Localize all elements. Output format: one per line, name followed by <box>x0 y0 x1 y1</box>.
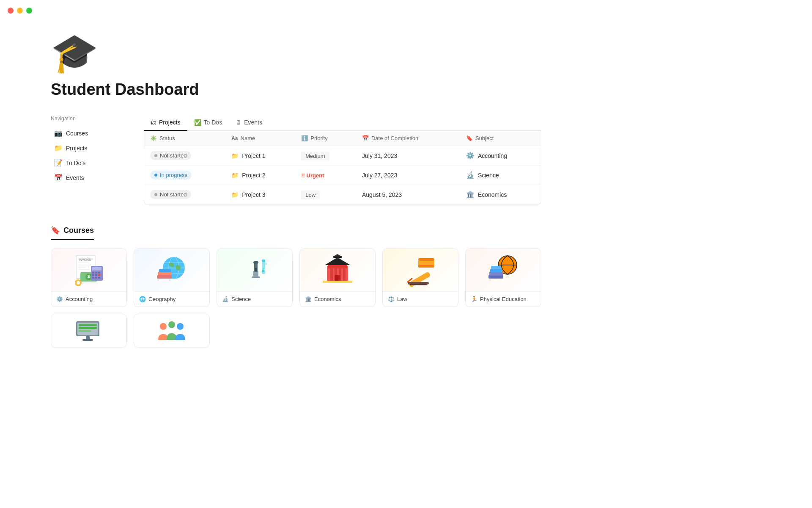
sidebar-item-todos[interactable]: 📝 To Do's <box>51 156 118 169</box>
svg-rect-32 <box>253 271 258 277</box>
course-card-economics[interactable]: 🏛️ Economics <box>299 248 376 307</box>
svg-point-40 <box>265 262 267 265</box>
courses-title-icon: 🔖 <box>51 226 60 235</box>
svg-rect-66 <box>491 266 501 269</box>
navigation-section: Navigation 📷 Courses 📁 Projects 📝 To Do'… <box>51 116 541 204</box>
sidebar-events-label: Events <box>66 174 84 181</box>
svg-rect-18 <box>92 277 94 279</box>
tab-bar: 🗂 Projects ✅ To Dos 🖥 Events <box>144 116 541 131</box>
col-date: 📅 Date of Completion <box>356 131 460 146</box>
date-cell: July 27, 2023 <box>356 166 460 185</box>
status-col-icon: ✳️ <box>150 135 157 141</box>
course-image-science <box>217 249 292 291</box>
course-image-law <box>383 249 458 291</box>
svg-rect-3 <box>78 262 89 263</box>
course-card-group[interactable] <box>134 314 210 348</box>
svg-rect-63 <box>488 275 503 279</box>
tab-todos[interactable]: ✅ To Dos <box>187 116 229 131</box>
svg-rect-17 <box>98 274 100 276</box>
col-subject: 🔖 Subject <box>460 131 541 146</box>
col-priority: ℹ️ Priority <box>295 131 356 146</box>
svg-rect-28 <box>157 275 172 279</box>
svg-point-41 <box>267 260 269 262</box>
svg-rect-55 <box>418 258 434 261</box>
table-row[interactable]: In progress 📁 Project 2 !! Urgent <box>144 166 541 185</box>
nav-label: Navigation <box>51 116 118 121</box>
status-cell: Not started <box>144 185 225 204</box>
sidebar-item-projects[interactable]: 📁 Projects <box>51 141 118 155</box>
science-icon: 🔬 <box>466 171 475 179</box>
svg-rect-30 <box>159 269 171 272</box>
name-cell: 📁 Project 1 <box>225 146 295 166</box>
svg-rect-70 <box>79 327 97 329</box>
svg-text:$: $ <box>88 274 90 279</box>
sidebar-item-events[interactable]: 📅 Events <box>51 171 118 184</box>
priority-cell: !! Urgent <box>295 166 356 185</box>
subject-col-label: Subject <box>475 135 494 141</box>
date-cell: August 5, 2023 <box>356 185 460 204</box>
course-label-accounting: ⚙️ Accounting <box>51 291 126 306</box>
priority-col-label: Priority <box>310 135 327 141</box>
pe-label-icon: 🏃 <box>471 296 477 302</box>
svg-rect-11 <box>92 267 102 271</box>
svg-rect-16 <box>95 274 97 276</box>
tab-todos-icon: ✅ <box>194 119 201 126</box>
close-button[interactable] <box>8 8 14 14</box>
table-row[interactable]: Not started 📁 Project 1 Medium <box>144 146 541 166</box>
minimize-button[interactable] <box>17 8 23 14</box>
course-card-pe[interactable]: 🏃 Physical Education <box>465 248 541 307</box>
svg-rect-43 <box>328 265 347 268</box>
subject-cell: 🏛️ Economics <box>460 185 541 204</box>
course-image-economics <box>300 249 375 291</box>
course-card-accounting[interactable]: INVOICE $ <box>51 248 127 307</box>
course-image-accounting: INVOICE $ <box>51 249 126 291</box>
svg-rect-71 <box>79 330 91 332</box>
table-row[interactable]: Not started 📁 Project 3 Low <box>144 185 541 204</box>
tab-todos-label: To Dos <box>204 119 222 126</box>
svg-marker-51 <box>333 254 342 257</box>
sidebar: Navigation 📷 Courses 📁 Projects 📝 To Do'… <box>51 116 118 186</box>
svg-rect-19 <box>95 277 97 279</box>
svg-rect-29 <box>158 272 171 275</box>
course-image-geography <box>134 249 209 291</box>
status-dot <box>154 154 157 157</box>
subject-col-icon: 🔖 <box>466 135 473 141</box>
priority-badge-urgent: !! Urgent <box>301 172 324 179</box>
svg-point-76 <box>177 323 184 330</box>
project-folder-icon: 📁 <box>231 191 239 198</box>
course-label-pe: 🏃 Physical Education <box>466 291 541 306</box>
svg-rect-72 <box>86 336 90 340</box>
course-card-geography[interactable]: 🌐 Geography <box>134 248 210 307</box>
tab-projects[interactable]: 🗂 Projects <box>144 116 187 131</box>
course-card-law[interactable]: ⚖️ Law <box>382 248 458 307</box>
status-cell: Not started <box>144 146 225 166</box>
svg-point-74 <box>160 323 167 330</box>
col-status: ✳️ Status <box>144 131 225 146</box>
name-col-icon: Aa <box>231 135 238 141</box>
economics-label-icon: 🏛️ <box>305 296 312 302</box>
subject-cell: ⚙️ Accounting <box>460 146 541 166</box>
svg-rect-56 <box>418 265 434 268</box>
sidebar-item-courses[interactable]: 📷 Courses <box>51 127 118 140</box>
svg-rect-65 <box>490 269 502 272</box>
course-card-science[interactable]: 🔬 Science <box>217 248 293 307</box>
svg-rect-47 <box>343 268 346 281</box>
svg-rect-14 <box>98 272 100 273</box>
courses-section-title: 🔖 Courses <box>51 226 94 240</box>
priority-cell: Medium <box>295 146 356 166</box>
svg-rect-12 <box>92 272 94 273</box>
maximize-button[interactable] <box>26 8 32 14</box>
svg-text:INVOICE: INVOICE <box>79 258 91 261</box>
project-folder-icon: 📁 <box>231 152 239 159</box>
name-col-label: Name <box>241 135 255 141</box>
tab-events[interactable]: 🖥 Events <box>229 116 269 131</box>
sidebar-courses-label: Courses <box>66 130 88 137</box>
course-card-it[interactable] <box>51 314 127 348</box>
projects-icon: 📁 <box>54 144 63 152</box>
tab-projects-label: Projects <box>159 119 181 126</box>
todos-icon: 📝 <box>54 159 63 167</box>
course-label-geography: 🌐 Geography <box>134 291 209 306</box>
graduation-cap-icon: 🎓 <box>51 34 541 72</box>
accounting-label-icon: ⚙️ <box>56 296 63 302</box>
status-dot <box>154 193 157 196</box>
